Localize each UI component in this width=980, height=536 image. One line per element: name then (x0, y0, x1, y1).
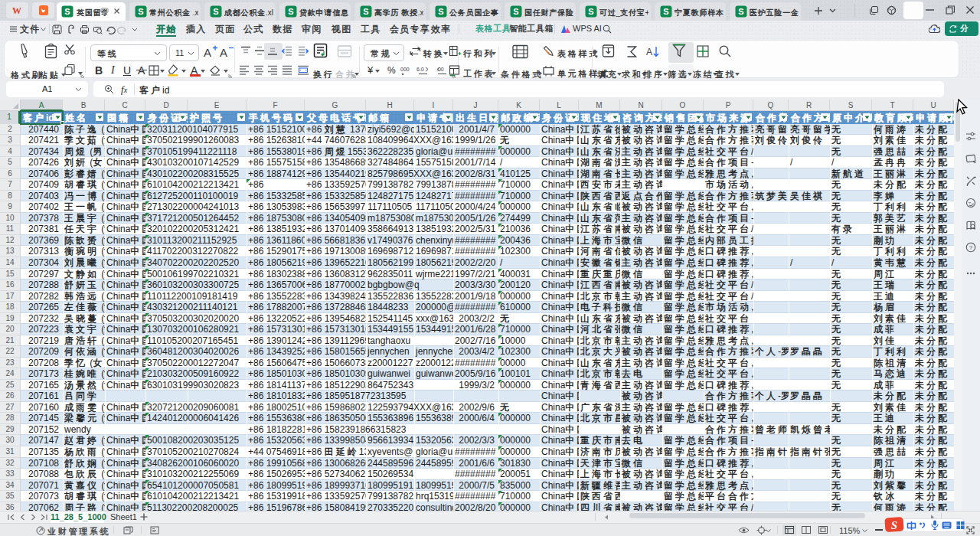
svg-text:A: A (220, 46, 227, 59)
svg-text:S: S (588, 7, 593, 16)
svg-text:S: S (891, 519, 897, 531)
svg-text:S: S (64, 7, 70, 16)
svg-text:S: S (738, 7, 743, 16)
svg-text:S: S (138, 7, 143, 16)
svg-text:?: ? (969, 244, 973, 251)
svg-text:S: S (288, 7, 293, 16)
svg-text:6.0: 6.0 (416, 67, 424, 72)
svg-text:A: A (204, 46, 211, 59)
svg-text:S: S (513, 7, 518, 16)
svg-text:000: 000 (400, 67, 410, 72)
svg-text:W: W (12, 5, 21, 16)
svg-text:S: S (438, 7, 443, 16)
svg-text:A: A (646, 47, 652, 57)
svg-text:S: S (213, 7, 218, 16)
svg-text:S: S (363, 7, 368, 16)
svg-text:S: S (663, 7, 668, 16)
